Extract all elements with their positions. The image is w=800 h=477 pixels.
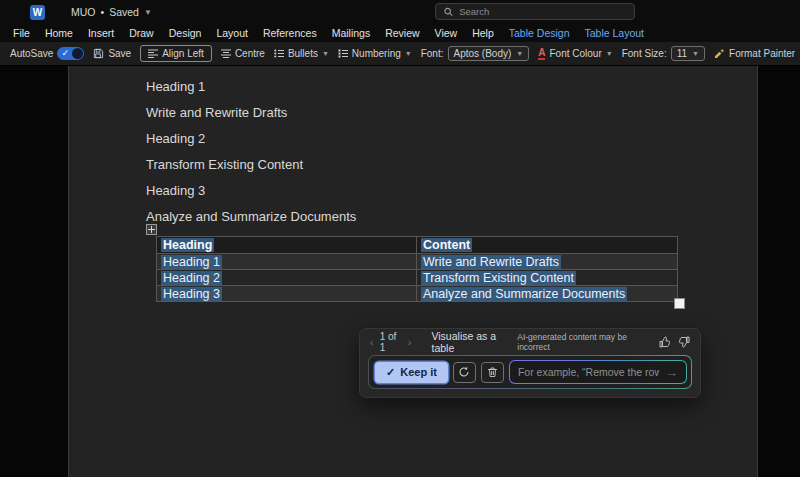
numbering-label: Numbering [352, 48, 401, 59]
menu-item[interactable]: Table Design [509, 27, 570, 39]
document-table[interactable]: Heading Content Heading 1 Write and Rewr… [156, 236, 678, 302]
document-table-container: Heading Content Heading 1 Write and Rewr… [156, 236, 678, 302]
font-colour-button[interactable]: A Font Colour ▼ [538, 48, 612, 60]
font-size-value: 11 [677, 48, 687, 59]
copilot-header: ‹ 1 of 1 › Visualise as a table AI-gener… [360, 329, 700, 354]
format-painter-button[interactable]: Format Painter [714, 48, 795, 59]
check-icon: ✓ [386, 366, 395, 379]
title-separator: • [101, 6, 105, 18]
menu-item[interactable]: Review [385, 27, 419, 39]
menu-item[interactable]: File [13, 27, 30, 39]
chevron-down-icon: ▼ [692, 50, 699, 57]
table-row[interactable]: Heading 1 Write and Rewrite Drafts [157, 254, 678, 270]
document-page[interactable]: Heading 1 Write and Rewrite Drafts Headi… [68, 66, 758, 477]
save-icon [93, 48, 104, 59]
save-label: Save [108, 48, 131, 59]
table-row[interactable]: Heading 3 Analyze and Summarize Document… [157, 286, 678, 302]
chevron-down-icon[interactable]: ▼ [606, 50, 613, 57]
font-size-label: Font Size: [622, 48, 667, 59]
thumbs-down-icon[interactable] [678, 336, 690, 348]
search-input[interactable] [459, 6, 626, 17]
menu-item[interactable]: Mailings [332, 27, 371, 39]
word-app-window: W MUO • Saved ▼ File Home Insert Draw De… [0, 0, 800, 477]
menu-bar: File Home Insert Draw Design Layout Refe… [0, 24, 800, 42]
check-icon: ✓ [61, 48, 69, 58]
prev-suggestion-icon[interactable]: ‹ [370, 336, 374, 348]
copilot-action-label: Visualise as a table [431, 330, 511, 354]
align-left-label: Align Left [162, 48, 204, 59]
centre-label: Centre [235, 48, 265, 59]
regenerate-button[interactable] [453, 362, 476, 383]
save-status: Saved [109, 6, 139, 18]
menu-item[interactable]: Table Layout [584, 27, 644, 39]
table-row[interactable]: Heading 2 Transform Existing Content [157, 270, 678, 286]
document-body: Heading 1 Write and Rewrite Drafts Headi… [69, 66, 757, 223]
table-move-handle-icon[interactable] [146, 224, 157, 235]
align-left-button[interactable]: Align Left [140, 45, 212, 62]
menu-item[interactable]: Layout [216, 27, 248, 39]
suggestion-count: 1 of 1 [380, 331, 402, 353]
autosave-control[interactable]: AutoSave ✓ [10, 47, 84, 60]
autosave-label: AutoSave [10, 48, 53, 59]
table-resize-handle[interactable] [674, 298, 685, 309]
document-name: MUO [71, 6, 96, 18]
table-cell[interactable]: Heading 1 [157, 254, 417, 270]
align-centre-icon [221, 49, 231, 58]
chevron-down-icon[interactable]: ▼ [144, 8, 152, 17]
autosave-toggle[interactable]: ✓ [57, 47, 84, 60]
copilot-command-bar: ✓ Keep it [368, 355, 692, 389]
table-cell[interactable]: Transform Existing Content [417, 270, 678, 286]
font-dropdown[interactable]: Aptos (Body) ▼ [448, 46, 530, 61]
toggle-knob-icon [72, 48, 83, 59]
paragraph[interactable]: Transform Existing Content [146, 158, 757, 171]
paragraph[interactable]: Heading 2 [146, 132, 757, 145]
menu-item[interactable]: Home [45, 27, 73, 39]
chevron-down-icon[interactable]: ▼ [405, 50, 412, 57]
document-title[interactable]: MUO • Saved ▼ [71, 6, 152, 18]
bullets-icon [274, 49, 284, 58]
menu-item[interactable]: Insert [88, 27, 114, 39]
chevron-down-icon[interactable]: ▼ [322, 50, 329, 57]
table-cell[interactable]: Analyze and Summarize Documents [417, 286, 678, 302]
thumbs-up-icon[interactable] [659, 336, 671, 348]
paragraph[interactable]: Write and Rewrite Drafts [146, 106, 757, 119]
menu-item[interactable]: Help [472, 27, 494, 39]
font-label: Font: [421, 48, 444, 59]
menu-item[interactable]: View [435, 27, 458, 39]
bullets-button[interactable]: Bullets ▼ [274, 48, 329, 59]
next-suggestion-icon[interactable]: › [408, 336, 412, 348]
copilot-prompt-input[interactable] [518, 366, 659, 378]
title-bar: W MUO • Saved ▼ [0, 0, 800, 24]
numbering-icon [338, 49, 348, 58]
table-cell[interactable]: Heading 2 [157, 270, 417, 286]
paragraph[interactable]: Heading 1 [146, 80, 757, 93]
send-arrow-icon[interactable]: → [665, 365, 678, 380]
paragraph[interactable]: Heading 3 [146, 184, 757, 197]
save-button[interactable]: Save [93, 48, 131, 59]
search-box[interactable] [435, 3, 635, 20]
font-size-control: Font Size: 11 ▼ [622, 46, 705, 61]
chevron-down-icon: ▼ [516, 50, 523, 57]
copilot-input-container[interactable]: → [509, 360, 687, 384]
table-header-cell[interactable]: Heading [157, 237, 417, 254]
menu-item[interactable]: Design [169, 27, 202, 39]
trash-icon [487, 366, 498, 378]
table-header-cell[interactable]: Content [417, 237, 678, 254]
delete-button[interactable] [481, 362, 504, 383]
centre-button[interactable]: Centre [221, 48, 265, 59]
ai-disclaimer: AI-generated content may be incorrect [517, 332, 645, 352]
paragraph[interactable]: Analyze and Summarize Documents [146, 210, 757, 223]
numbering-button[interactable]: Numbering ▼ [338, 48, 412, 59]
table-cell[interactable]: Heading 3 [157, 286, 417, 302]
format-painter-label: Format Painter [729, 48, 795, 59]
font-size-dropdown[interactable]: 11 ▼ [671, 46, 705, 61]
menu-item[interactable]: Draw [129, 27, 154, 39]
regenerate-icon [458, 366, 470, 378]
menu-item[interactable]: References [263, 27, 317, 39]
search-icon [444, 7, 453, 17]
keep-it-button[interactable]: ✓ Keep it [375, 362, 448, 383]
table-header-row[interactable]: Heading Content [157, 237, 678, 254]
font-colour-icon: A [538, 48, 545, 60]
table-cell[interactable]: Write and Rewrite Drafts [417, 254, 678, 270]
document-canvas: Heading 1 Write and Rewrite Drafts Headi… [0, 66, 800, 477]
